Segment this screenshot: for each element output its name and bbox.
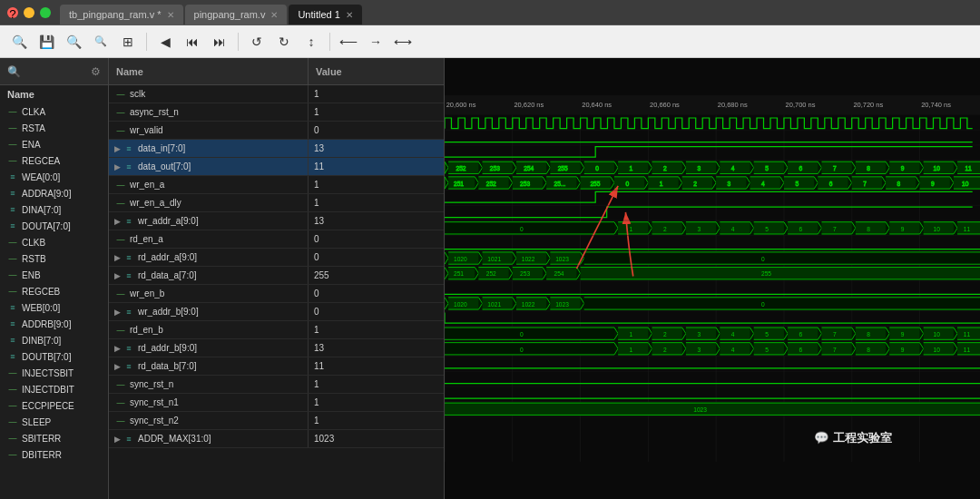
left-panel-signal[interactable]: —INJECTDBIT <box>0 381 108 397</box>
tab-tb-pingpang-close[interactable]: ✕ <box>167 10 174 20</box>
expand-icon[interactable]: ▶ <box>114 344 121 353</box>
left-panel-signal[interactable]: —REGCEA <box>0 152 108 169</box>
signal-label: ENB <box>22 270 41 280</box>
left-panel-signal[interactable]: —RSTA <box>0 120 108 136</box>
svg-text:2: 2 <box>663 331 667 338</box>
left-panel-signal[interactable]: ≡DOUTA[7:0] <box>0 218 108 234</box>
signal-row[interactable]: ▶≡ADDR_MAX[31:0]1023 <box>109 430 444 448</box>
left-panel-signal[interactable]: ≡DINB[7:0] <box>0 332 108 348</box>
signal-value-cell: 1 <box>309 89 381 99</box>
signal-row[interactable]: ▶≡data_in[7:0]13 <box>109 140 444 158</box>
zoom-in-toolbar[interactable]: 🔍 <box>7 30 31 54</box>
fit-toolbar[interactable]: ⊞ <box>116 30 140 54</box>
svg-rect-470 <box>720 343 750 355</box>
signal-row[interactable]: —sclk1 <box>109 85 444 103</box>
signal-name-cell: —rd_en_a <box>109 230 309 248</box>
svg-text:20,680 ns: 20,680 ns <box>718 101 748 109</box>
svg-text:251: 251 <box>454 271 464 278</box>
signal-row[interactable]: —rd_en_b1 <box>109 321 444 339</box>
signal-row[interactable]: —rd_en_a0 <box>109 230 444 249</box>
signal-name-text: sclk <box>130 89 145 99</box>
expand-toolbar[interactable]: ⟷ <box>391 30 415 54</box>
tab-tb-pingpang[interactable]: tb_pingpang_ram.v * ✕ <box>60 5 183 24</box>
left-panel-signal[interactable]: —SLEEP <box>0 414 108 430</box>
expand-icon[interactable]: ▶ <box>114 162 121 171</box>
expand-icon[interactable]: ▶ <box>114 253 121 262</box>
left-panel-signal[interactable]: —CLKB <box>0 234 108 250</box>
tab-pingpang[interactable]: pingpang_ram.v ✕ <box>185 5 288 24</box>
svg-rect-446 <box>445 343 614 355</box>
svg-text:0: 0 <box>761 256 765 262</box>
left-panel-signal[interactable]: —ENB <box>0 267 108 283</box>
arrow-left-toolbar[interactable]: ◀ <box>153 30 177 54</box>
signal-row[interactable]: —wr_valid0 <box>109 122 444 140</box>
signal-row[interactable]: —sync_rst_n11 <box>109 394 444 412</box>
search-icon: 🔍 <box>7 65 21 78</box>
skip-fwd-toolbar[interactable]: ⏭ <box>208 30 231 54</box>
left-panel-signal[interactable]: ≡DOUTB[7:0] <box>0 348 108 365</box>
tab-untitled[interactable]: Untitled 1 ✕ <box>289 5 361 24</box>
gear-icon[interactable]: ⚙ <box>91 65 101 78</box>
svg-text:11: 11 <box>965 165 972 171</box>
go-left-toolbar[interactable]: ⟵ <box>337 30 360 54</box>
go-right-toolbar[interactable]: → <box>364 30 387 54</box>
signal-row[interactable]: —wr_en_b0 <box>109 285 444 303</box>
expand-icon[interactable]: ▶ <box>114 271 121 280</box>
signal-name-text: rd_addr_b[9:0] <box>138 343 197 353</box>
signal-row[interactable]: —wr_en_a_dly1 <box>109 194 444 212</box>
left-panel-signal[interactable]: —RSTB <box>0 250 108 267</box>
left-panel-signal[interactable]: —DBITERR <box>0 446 108 463</box>
replay-toolbar[interactable]: ↻ <box>272 30 296 54</box>
signal-row[interactable]: —sync_rst_n21 <box>109 412 444 430</box>
svg-text:6: 6 <box>799 331 803 338</box>
signal-row[interactable]: —wr_en_a1 <box>109 176 444 194</box>
close-button[interactable]: ? <box>7 7 18 18</box>
expand-icon[interactable]: ▶ <box>114 308 121 317</box>
expand-icon[interactable]: ▶ <box>114 144 121 153</box>
signal-label: WEA[0:0] <box>22 172 60 182</box>
maximize-button[interactable] <box>40 7 51 18</box>
single-signal-icon: — <box>7 106 18 117</box>
signal-row[interactable]: ▶≡rd_addr_b[9:0]13 <box>109 339 444 357</box>
expand-icon[interactable]: ▶ <box>114 435 121 444</box>
vertical-toolbar[interactable]: ↕ <box>299 30 323 54</box>
signal-row[interactable]: ▶≡rd_data_b[7:0]11 <box>109 357 444 376</box>
left-panel-signal[interactable]: ≡WEA[0:0] <box>0 169 108 185</box>
bus-icon: ≡ <box>122 161 135 173</box>
signal-row[interactable]: ▶≡wr_addr_b[9:0]0 <box>109 303 444 321</box>
zoom-out-toolbar[interactable]: 🔍 <box>89 30 113 54</box>
left-panel-signal[interactable]: ≡WEB[0:0] <box>0 299 108 316</box>
skip-back-toolbar[interactable]: ⏮ <box>181 30 204 54</box>
wave-rd-data-b: 0 1 2 3 4 <box>445 343 980 355</box>
left-panel-signal[interactable]: —CLKA <box>0 103 108 120</box>
left-panel-signal[interactable]: ≡ADDRA[9:0] <box>0 185 108 201</box>
signal-row[interactable]: ▶≡rd_data_a[7:0]255 <box>109 267 444 285</box>
restart-toolbar[interactable]: ↺ <box>245 30 269 54</box>
left-panel-signal[interactable]: —ENA <box>0 136 108 152</box>
expand-icon[interactable]: ▶ <box>114 362 121 371</box>
left-panel-signal[interactable]: ≡ADDRB[9:0] <box>0 316 108 332</box>
signal-row[interactable]: ▶≡rd_addr_a[9:0]0 <box>109 249 444 267</box>
left-panel-signal[interactable]: —INJECTSBIT <box>0 365 108 381</box>
tab-untitled-close[interactable]: ✕ <box>346 10 353 20</box>
zoom-in2-toolbar[interactable]: 🔍 <box>62 30 85 54</box>
signal-name-cell: ▶≡rd_data_a[7:0] <box>109 267 309 284</box>
signal-row[interactable]: —async_rst_n1 <box>109 103 444 122</box>
single-icon: — <box>114 378 127 391</box>
left-panel-signal[interactable]: —REGCEB <box>0 283 108 299</box>
signal-row[interactable]: ▶≡wr_addr_a[9:0]13 <box>109 212 444 230</box>
signal-row[interactable]: —sync_rst_n1 <box>109 376 444 394</box>
wave-area[interactable]: 20,600 ns 20,620 ns 20,640 ns 20,660 ns … <box>445 58 980 499</box>
signal-value-cell: 1 <box>309 198 381 208</box>
signal-name-cell: —rd_en_b <box>109 321 309 338</box>
minimize-button[interactable] <box>24 7 34 18</box>
left-panel-signal[interactable]: —SBITERR <box>0 430 108 446</box>
bus-signal-icon: ≡ <box>7 171 18 182</box>
signal-row[interactable]: ▶≡data_out[7:0]11 <box>109 158 444 176</box>
expand-icon[interactable]: ▶ <box>114 217 121 226</box>
tab-pingpang-close[interactable]: ✕ <box>270 10 278 20</box>
save-toolbar[interactable]: 💾 <box>34 30 58 54</box>
left-panel-signal[interactable]: ≡DINA[7:0] <box>0 201 108 218</box>
left-panel-signal[interactable]: —ECCPIPECE <box>0 397 108 414</box>
svg-rect-50 <box>618 161 648 173</box>
